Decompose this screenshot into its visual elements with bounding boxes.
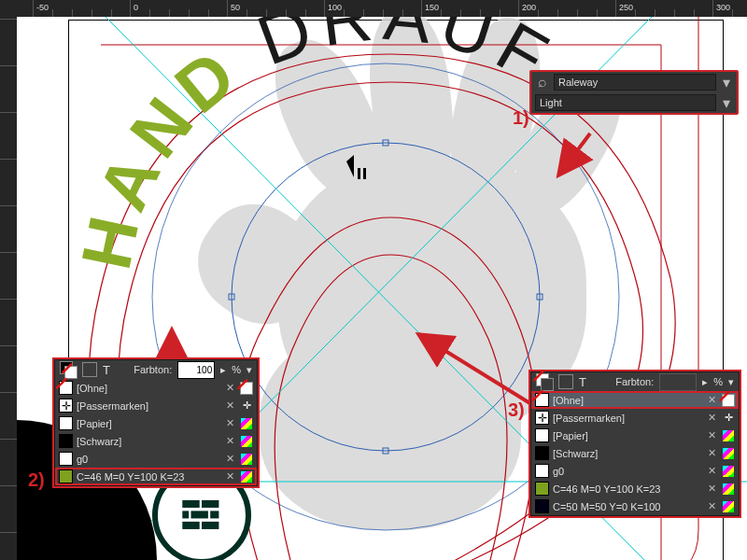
search-icon[interactable]: ⌕ — [535, 74, 550, 91]
swatch-row[interactable]: [Ohne]✕ — [55, 379, 257, 397]
swatch-lock-icon: ✕ — [223, 382, 236, 395]
object-mode-icon[interactable] — [558, 374, 573, 389]
tint-slider-icon[interactable]: ▸ — [702, 376, 708, 388]
swatches-panel-right: T Farbton: ▸ % ▾ [Ohne]✕✛[Passermarken]✕… — [530, 371, 740, 516]
swatch-name: [Passermarken] — [553, 413, 701, 424]
swatch-icon — [59, 469, 73, 483]
swatch-name: g0 — [77, 454, 219, 465]
swatch-icon — [59, 434, 73, 448]
swatch-icon: ✛ — [59, 399, 73, 413]
ruler-vertical[interactable] — [0, 0, 17, 560]
swatch-name: [Papier] — [77, 418, 219, 429]
swatch-icon — [535, 393, 549, 407]
percent-label: % — [232, 364, 241, 375]
swatch-row[interactable]: ✛[Passermarken]✕✛ — [55, 397, 257, 414]
text-mode-icon[interactable]: T — [579, 375, 586, 389]
swatch-name: [Ohne] — [77, 383, 219, 394]
annotation-3: 3) — [508, 399, 525, 421]
ruler-tick: 0 — [130, 0, 131, 17]
font-weight-input[interactable] — [535, 94, 716, 111]
ruler-horizontal[interactable]: -50050100150200250300 — [0, 0, 747, 17]
swatch-lock-icon: ✕ — [223, 399, 236, 413]
svg-rect-14 — [191, 511, 208, 518]
ruler-tick: 150 — [421, 0, 422, 17]
swatch-mode-icon — [722, 429, 735, 442]
tint-slider-icon[interactable]: ▸ — [220, 364, 226, 376]
text-cursor-icon — [346, 155, 366, 179]
swatch-row[interactable]: C=46 M=0 Y=100 K=23✕ — [55, 468, 257, 485]
swatch-row[interactable]: g0✕ — [531, 462, 739, 480]
svg-rect-13 — [202, 500, 218, 508]
swatch-row[interactable]: [Ohne]✕ — [531, 391, 739, 409]
percent-label: % — [713, 376, 723, 387]
tint-label: Farbton: — [615, 376, 654, 387]
ruler-tick: 300 — [712, 0, 713, 17]
swatches-panel-left: T Farbton: ▸ % ▾ [Ohne]✕✛[Passermarken]✕… — [54, 359, 258, 486]
swatch-row[interactable]: C=46 M=0 Y=100 K=23✕ — [531, 480, 739, 497]
swatch-icon — [535, 464, 549, 478]
arrow-1 — [558, 133, 590, 175]
annotation-2: 2) — [28, 469, 45, 491]
swatch-name: [Ohne] — [553, 395, 701, 406]
swatch-row[interactable]: C=50 M=50 Y=0 K=100✕ — [531, 497, 739, 515]
arrow-3 — [418, 334, 536, 407]
tint-input[interactable] — [659, 373, 697, 391]
swatch-lock-icon: ✕ — [705, 447, 718, 460]
bricks-icon — [180, 494, 223, 537]
font-family-input[interactable] — [554, 74, 716, 91]
object-mode-icon[interactable] — [82, 362, 97, 377]
swatch-lock-icon: ✕ — [223, 453, 236, 466]
swatch-mode-icon: ✛ — [240, 399, 253, 413]
font-panel: ⌕ ▾ ▾ — [529, 70, 739, 115]
swatch-name: C=46 M=0 Y=100 K=23 — [553, 483, 701, 495]
svg-rect-11 — [363, 168, 366, 179]
ruler-tick: -50 — [33, 0, 34, 17]
swatch-mode-icon — [240, 470, 253, 483]
panel-menu-icon[interactable]: ▾ — [247, 364, 252, 376]
swatch-icon — [535, 446, 549, 460]
swatch-name: [Schwarz] — [77, 436, 219, 447]
swatch-name: [Passermarken] — [77, 400, 219, 412]
text-hand: HAND — [66, 31, 255, 275]
swatch-mode-icon — [722, 483, 735, 496]
swatch-name: [Schwarz] — [553, 448, 701, 459]
swatch-name: C=50 M=50 Y=0 K=100 — [553, 501, 701, 512]
swatch-row[interactable]: [Schwarz]✕ — [55, 432, 257, 450]
fill-stroke-icon[interactable] — [536, 373, 553, 390]
swatch-lock-icon: ✕ — [705, 394, 718, 407]
svg-rect-17 — [182, 522, 199, 529]
svg-rect-16 — [210, 511, 218, 518]
dropdown-icon[interactable]: ▾ — [720, 94, 733, 112]
dropdown-icon[interactable]: ▾ — [720, 74, 733, 91]
panel-menu-icon[interactable]: ▾ — [728, 376, 734, 388]
swatch-icon — [59, 381, 73, 395]
swatch-mode-icon: ✛ — [722, 412, 735, 425]
swatch-name: C=46 M=0 Y=100 K=23 — [77, 471, 219, 483]
swatch-lock-icon: ✕ — [705, 429, 718, 442]
swatch-mode-icon — [240, 453, 253, 466]
fill-stroke-icon[interactable] — [60, 361, 77, 378]
svg-text:HAND DRAUF: HAND DRAUF — [66, 17, 567, 275]
annotation-1: 1) — [513, 107, 529, 129]
ruler-tick: 250 — [615, 0, 616, 17]
text-drauf: DRAUF — [247, 17, 567, 100]
swatch-icon: ✛ — [535, 411, 549, 425]
swatch-icon — [535, 428, 549, 442]
swatch-mode-icon — [240, 435, 253, 448]
tint-input[interactable] — [177, 361, 215, 379]
swatch-row[interactable]: [Schwarz]✕ — [531, 444, 739, 462]
swatch-icon — [535, 499, 549, 513]
ruler-tick: 200 — [518, 0, 519, 17]
svg-rect-12 — [182, 500, 199, 508]
swatch-name: [Papier] — [553, 430, 701, 441]
swatch-lock-icon: ✕ — [223, 417, 236, 430]
swatch-row[interactable]: g0✕ — [55, 450, 257, 468]
swatch-mode-icon — [722, 447, 735, 460]
swatch-row[interactable]: [Papier]✕ — [531, 427, 739, 444]
text-mode-icon[interactable]: T — [103, 363, 110, 377]
swatch-icon — [535, 482, 549, 496]
swatch-mode-icon — [240, 382, 253, 395]
swatch-row[interactable]: ✛[Passermarken]✕✛ — [531, 409, 739, 427]
swatch-row[interactable]: [Papier]✕ — [55, 414, 257, 432]
swatch-lock-icon: ✕ — [705, 500, 718, 513]
